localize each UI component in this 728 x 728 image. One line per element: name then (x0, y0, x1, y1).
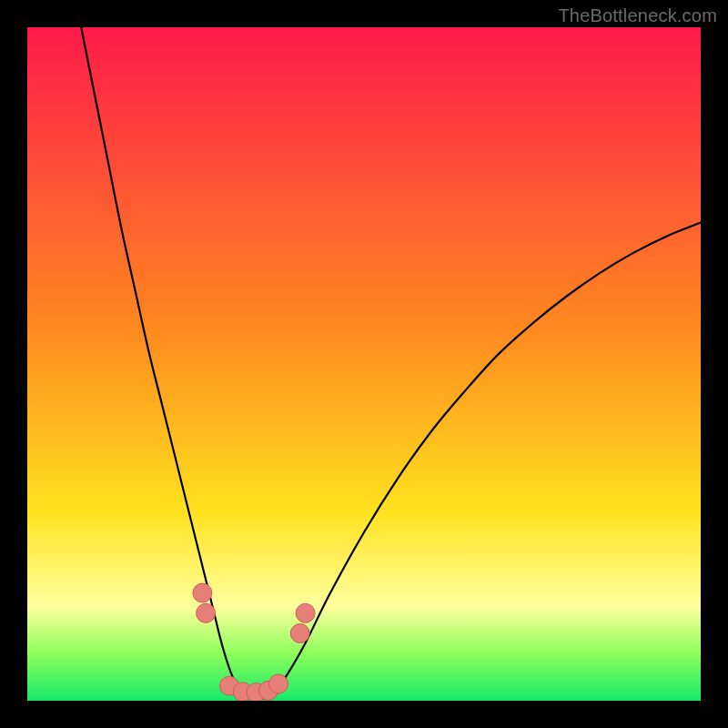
watermark-text: TheBottleneck.com (558, 5, 717, 26)
chart-frame: TheBottleneck.com (0, 0, 728, 728)
data-marker (296, 603, 315, 622)
curve-layer (27, 27, 701, 701)
data-marker (269, 674, 288, 693)
data-marker (197, 603, 216, 622)
data-marker (290, 624, 309, 643)
plot-area (27, 27, 701, 701)
data-marker (193, 583, 212, 602)
bottleneck-curve (81, 27, 701, 700)
